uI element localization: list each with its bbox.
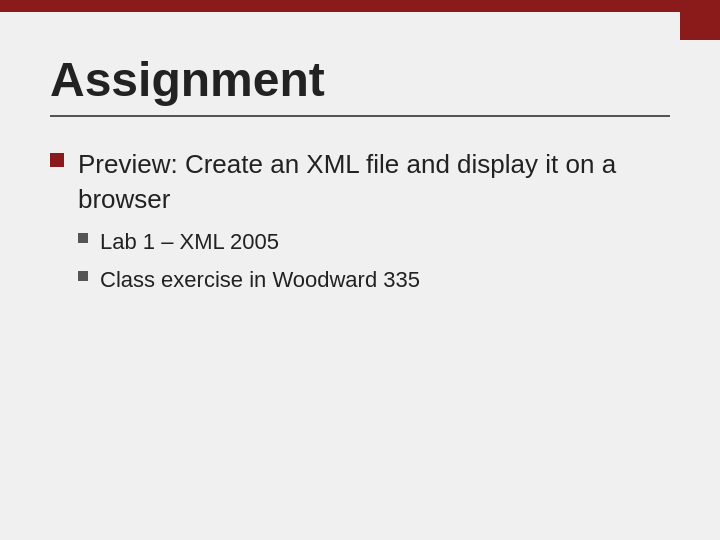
sub-bullet-square-icon [78, 271, 88, 281]
sub-bullet-square-icon [78, 233, 88, 243]
list-item: Preview: Create an XML file and display … [50, 147, 670, 303]
list-item: Class exercise in Woodward 335 [78, 265, 670, 295]
bullet-list: Preview: Create an XML file and display … [50, 147, 670, 319]
content-area: Assignment Preview: Create an XML file a… [0, 12, 720, 540]
sub-bullet-text: Class exercise in Woodward 335 [100, 265, 420, 295]
bullet-content: Preview: Create an XML file and display … [78, 147, 670, 303]
slide: Assignment Preview: Create an XML file a… [0, 0, 720, 540]
title-divider [50, 115, 670, 117]
list-item: Lab 1 – XML 2005 [78, 227, 670, 257]
slide-title: Assignment [50, 52, 670, 107]
top-bar [0, 0, 720, 12]
sub-bullet-list: Lab 1 – XML 2005 Class exercise in Woodw… [78, 227, 670, 294]
sub-bullet-text: Lab 1 – XML 2005 [100, 227, 279, 257]
bullet-text: Preview: Create an XML file and display … [78, 149, 616, 214]
bullet-square-icon [50, 153, 64, 167]
corner-box [680, 0, 720, 40]
